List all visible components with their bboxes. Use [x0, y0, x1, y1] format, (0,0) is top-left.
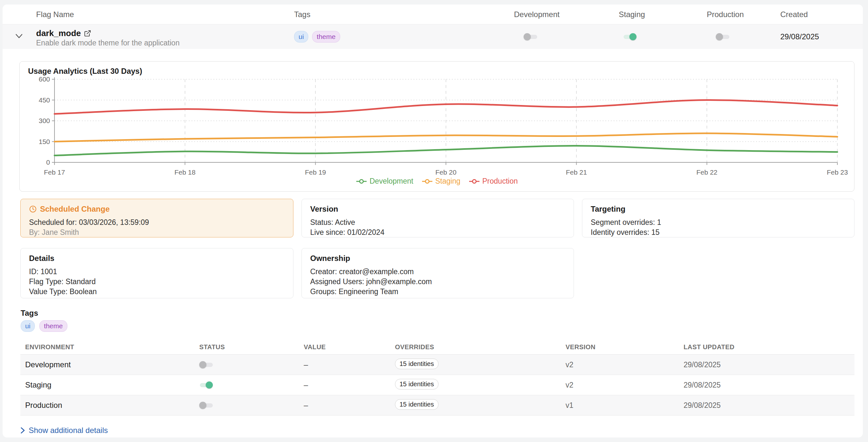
svg-text:Feb 17: Feb 17: [44, 169, 65, 176]
svg-text:Feb 18: Feb 18: [175, 169, 195, 176]
svg-text:450: 450: [39, 96, 50, 104]
tags-section-title: Tags: [21, 309, 38, 318]
overrides-badge[interactable]: 15 identities: [395, 379, 438, 389]
version-card: Version Status: Active Live since: 01/02…: [302, 199, 574, 237]
tag-theme: theme: [312, 31, 340, 42]
column-created: Created: [780, 4, 808, 24]
column-status: STATUS: [199, 343, 225, 351]
details-value-type: Value Type: Boolean: [29, 287, 285, 297]
column-tags: Tags: [294, 4, 311, 24]
version-card-title: Version: [310, 205, 565, 213]
external-link-icon[interactable]: [84, 30, 91, 37]
details-flag-type: Flag Type: Standard: [29, 277, 285, 287]
production-toggle[interactable]: [716, 33, 730, 41]
table-row-production: Production – 15 identities v1 29/08/2025: [20, 395, 855, 416]
scheduled-change-card: Scheduled Change Scheduled for: 03/03/20…: [20, 199, 293, 237]
usage-analytics-panel: 0150300450600Feb 17Feb 18Feb 19Feb 20Feb…: [19, 61, 855, 192]
flag-name[interactable]: dark_mode: [36, 28, 81, 38]
column-production: Production: [707, 4, 744, 24]
legend-item-staging: Staging: [422, 177, 460, 185]
column-flag-name: Flag Name: [36, 4, 74, 24]
overrides-badge[interactable]: 15 identities: [395, 399, 438, 410]
last-updated-cell: 29/08/2025: [684, 361, 721, 369]
flag-description: Enable dark mode theme for the applicati…: [36, 39, 180, 47]
version-cell: v2: [565, 361, 573, 369]
environment-table: ENVIRONMENT STATUS VALUE OVERRIDES VERSI…: [20, 341, 855, 416]
details-card: Details ID: 1001 Flag Type: Standard Val…: [20, 248, 293, 298]
svg-text:150: 150: [39, 138, 50, 145]
flag-row-dark-mode[interactable]: dark_mode Enable dark mode theme for the…: [3, 25, 863, 49]
chart-title: Usage Analytics (Last 30 Days): [28, 67, 142, 76]
version-cell: v2: [565, 381, 573, 389]
ownership-card-title: Ownership: [310, 254, 565, 263]
ownership-assigned-users: Assigned Users: john@example.com: [310, 277, 565, 287]
scheduled-by-text: By: Jane Smith: [29, 228, 285, 237]
tag-theme: theme: [39, 320, 67, 332]
details-id: ID: 1001: [29, 267, 285, 277]
flag-table-header: Flag Name Tags Development Staging Produ…: [3, 4, 863, 25]
value-cell: –: [304, 360, 308, 369]
tags-section-list: ui theme: [21, 320, 67, 332]
chevron-down-icon[interactable]: [15, 33, 23, 39]
svg-text:600: 600: [39, 75, 50, 83]
show-additional-details-label: Show additional details: [29, 426, 108, 435]
table-row-staging: Staging – 15 identities v2 29/08/2025: [20, 375, 855, 395]
svg-text:Feb 22: Feb 22: [696, 169, 717, 176]
scheduled-for-text: Scheduled for: 03/03/2026, 13:59:09: [29, 217, 285, 228]
development-status-toggle[interactable]: [199, 361, 213, 369]
legend-item-development: Development: [356, 177, 413, 185]
usage-analytics-chart: 0150300450600Feb 17Feb 18Feb 19Feb 20Feb…: [20, 62, 854, 191]
flag-detail-panel: Flag Name Tags Development Staging Produ…: [3, 4, 863, 438]
flag-tags: ui theme: [294, 31, 340, 42]
last-updated-cell: 29/08/2025: [684, 381, 721, 389]
chevron-right-icon: [21, 427, 25, 434]
tag-ui: ui: [294, 31, 308, 42]
targeting-card-title: Targeting: [591, 205, 846, 213]
legend-item-production: Production: [469, 177, 518, 185]
environment-name: Production: [25, 401, 62, 410]
column-last-updated: LAST UPDATED: [684, 343, 735, 351]
value-cell: –: [304, 401, 308, 410]
svg-text:Feb 21: Feb 21: [566, 169, 587, 176]
version-cell: v1: [565, 401, 573, 410]
targeting-card: Targeting Segment overrides: 1 Identity …: [582, 199, 855, 237]
column-environment: ENVIRONMENT: [25, 343, 74, 351]
details-card-title: Details: [29, 254, 285, 263]
svg-text:Feb 20: Feb 20: [435, 169, 456, 176]
svg-text:Feb 19: Feb 19: [305, 169, 326, 176]
table-row-development: Development – 15 identities v2 29/08/202…: [20, 355, 855, 375]
chart-legend: DevelopmentStagingProduction: [20, 177, 854, 185]
clock-icon: [29, 205, 37, 213]
last-updated-cell: 29/08/2025: [684, 401, 721, 410]
column-version: VERSION: [565, 343, 595, 351]
environment-table-header: ENVIRONMENT STATUS VALUE OVERRIDES VERSI…: [20, 341, 855, 355]
scheduled-change-title: Scheduled Change: [40, 205, 110, 213]
segment-overrides: Segment overrides: 1: [591, 217, 846, 228]
column-value: VALUE: [304, 343, 326, 351]
environment-name: Development: [25, 360, 71, 369]
column-staging: Staging: [619, 4, 645, 24]
environment-name: Staging: [25, 380, 51, 389]
value-cell: –: [304, 380, 308, 389]
svg-text:Feb 23: Feb 23: [827, 169, 848, 176]
identity-overrides: Identity overrides: 15: [591, 228, 846, 237]
created-date: 29/08/2025: [780, 25, 819, 49]
production-status-toggle[interactable]: [199, 401, 213, 409]
overrides-badge[interactable]: 15 identities: [395, 359, 438, 369]
svg-text:300: 300: [39, 117, 50, 124]
show-additional-details-link[interactable]: Show additional details: [21, 426, 108, 435]
ownership-card: Ownership Creator: creator@example.com A…: [302, 248, 574, 298]
staging-toggle[interactable]: [623, 33, 637, 41]
version-status: Status: Active: [310, 217, 565, 228]
ownership-creator: Creator: creator@example.com: [310, 267, 565, 277]
ownership-groups: Groups: Engineering Team: [310, 287, 565, 297]
svg-text:0: 0: [46, 159, 50, 166]
version-live-since: Live since: 01/02/2024: [310, 228, 565, 237]
development-toggle[interactable]: [524, 33, 537, 41]
column-overrides: OVERRIDES: [395, 343, 434, 351]
tag-ui: ui: [21, 320, 35, 332]
staging-status-toggle[interactable]: [199, 381, 213, 389]
column-development: Development: [514, 4, 559, 24]
